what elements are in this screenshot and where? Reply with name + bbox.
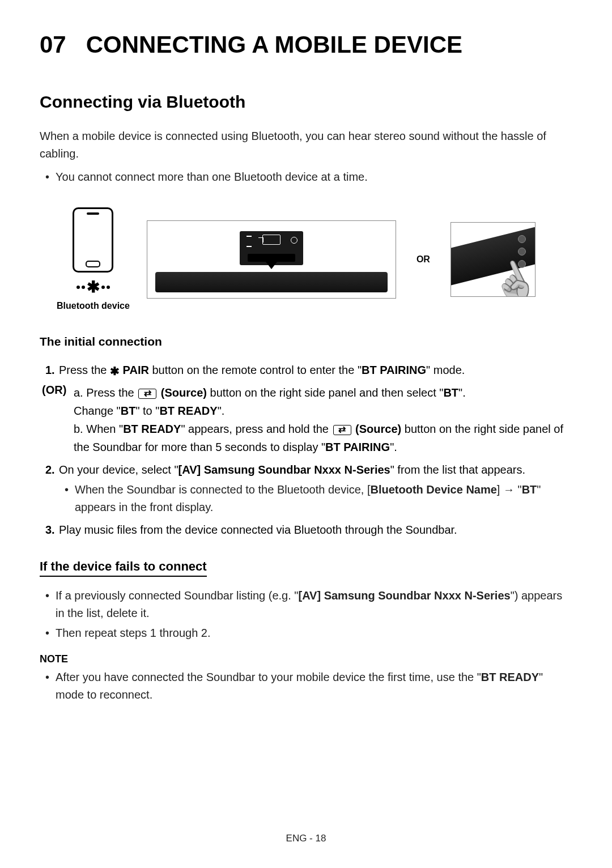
- or-step-b: b. When "BT READY" appears, press and ho…: [74, 420, 572, 456]
- or-label: OR: [416, 254, 430, 265]
- note-label: NOTE: [40, 653, 572, 665]
- or-alternative-block: (OR) a. Press the (Source) button on the…: [40, 384, 572, 456]
- section-intro: When a mobile device is connected using …: [40, 127, 572, 163]
- section-title: Connecting via Bluetooth: [40, 92, 572, 112]
- side-button-icon: [518, 235, 526, 243]
- chapter-title-text: CONNECTING A MOBILE DEVICE: [86, 31, 462, 58]
- fails-bullet-1: If a previously connected Soundbar listi…: [56, 587, 572, 622]
- phone-icon: [73, 207, 113, 273]
- bluetooth-icon: ✱: [110, 365, 120, 377]
- connection-diagram: ✱ Bluetooth device OR ☝: [57, 207, 572, 311]
- or-tag: (OR): [40, 384, 74, 456]
- bluetooth-icon: ✱: [87, 279, 100, 295]
- fails-bullet-list: If a previously connected Soundbar listi…: [40, 587, 572, 642]
- soundbar-illustration: [147, 220, 396, 299]
- chapter-number: 07: [40, 31, 66, 58]
- source-icon: [333, 425, 351, 435]
- note-bullet-1: After you have connected the Soundbar to…: [56, 669, 572, 704]
- step-number: 3.: [45, 521, 55, 539]
- intro-bullet-list: You cannot connect more than one Bluetoo…: [40, 168, 572, 186]
- fails-heading: If the device fails to connect: [40, 559, 207, 577]
- note-bullet-list: After you have connected the Soundbar to…: [40, 669, 572, 704]
- chapter-title: 07 CONNECTING A MOBILE DEVICE: [40, 31, 572, 58]
- bluetooth-device-illustration: ✱ Bluetooth device: [57, 207, 130, 311]
- step-letter: a.: [74, 386, 83, 399]
- step-letter: b.: [74, 423, 83, 435]
- initial-connection-steps-cont: 2. On your device, select "[AV] Samsung …: [40, 461, 572, 539]
- initial-connection-heading: The initial connection: [40, 335, 572, 348]
- step-2-bullet: When the Soundbar is connected to the Bl…: [75, 481, 572, 516]
- soundbar-control-unit-icon: [240, 231, 303, 265]
- step-number: 2.: [45, 461, 55, 479]
- side-panel-illustration: ☝: [450, 222, 536, 297]
- initial-connection-steps: 1. Press the ✱ PAIR button on the remote…: [40, 361, 572, 379]
- step-1: 1. Press the ✱ PAIR button on the remote…: [45, 361, 572, 379]
- intro-bullet: You cannot connect more than one Bluetoo…: [56, 168, 572, 186]
- step-number: 1.: [45, 361, 55, 379]
- soundbar-bar-icon: [155, 272, 388, 292]
- or-step-a: a. Press the (Source) button on the righ…: [74, 384, 572, 420]
- page-footer: ENG - 18: [0, 833, 612, 844]
- source-icon: [138, 389, 156, 399]
- step-2: 2. On your device, select "[AV] Samsung …: [45, 461, 572, 516]
- fails-bullet-2: Then repeat steps 1 through 2.: [56, 624, 572, 642]
- bluetooth-device-caption: Bluetooth device: [57, 301, 130, 311]
- bluetooth-signal-icon: ✱: [76, 279, 110, 295]
- step-3: 3. Play music files from the device conn…: [45, 521, 572, 539]
